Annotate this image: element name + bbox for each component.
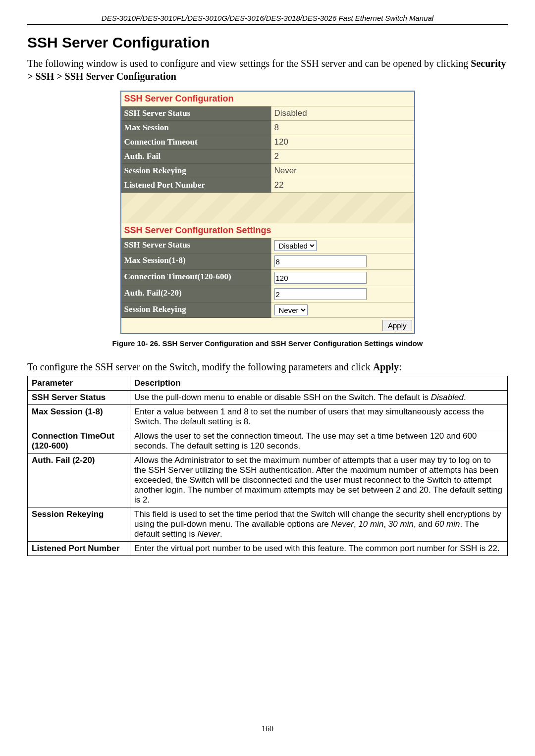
desc-listenedport: Enter the virtual port number to be used… — [130, 542, 508, 556]
desc-rekeying-i1: Never — [331, 519, 354, 529]
before-table-text: To configure the SSH server on the Switc… — [27, 361, 508, 373]
maxsession-row: Max Session 8 — [121, 121, 414, 135]
desc-rekeying-i3: 30 min — [388, 519, 414, 529]
settings-rekeying-label: Session Rekeying — [121, 302, 271, 318]
desc-rekeying-s3: , and — [414, 519, 435, 529]
table-row: Session Rekeying This field is used to s… — [28, 507, 508, 542]
status-row: SSH Server Status Disabled — [121, 106, 414, 121]
desc-rekeying-i2: 10 min — [358, 519, 383, 529]
status-label: SSH Server Status — [121, 106, 271, 121]
table-header-row: Parameter Description — [28, 376, 508, 391]
desc-authfail: Allows the Administrator to set the maxi… — [130, 454, 508, 507]
desc-status-pre: Use the pull-down menu to enable or disa… — [134, 393, 431, 402]
desc-rekeying-post: . — [220, 529, 222, 539]
authfail-input[interactable] — [274, 288, 367, 300]
desc-conntimeout: Allows the user to set the connection ti… — [130, 429, 508, 454]
settings-status-label: SSH Server Status — [121, 238, 271, 253]
desc-maxsession: Enter a value between 1 and 8 to set the… — [130, 405, 508, 429]
settings-authfail-row: Auth. Fail(2-20) — [121, 286, 414, 302]
settings-status-row: SSH Server Status Disabled — [121, 238, 414, 253]
settings-authfail-value-cell — [271, 286, 414, 302]
before-table-tail: : — [399, 361, 402, 372]
before-table-prefix: To configure the SSH server on the Switc… — [27, 361, 373, 372]
header-text: DES-3010F/DES-3010FL/DES-3010G/DES-3016/… — [27, 14, 508, 25]
rekeying-value: Never — [271, 164, 414, 178]
table-row: Listened Port Number Enter the virtual p… — [28, 542, 508, 556]
conntimeout-value: 120 — [271, 135, 414, 150]
th-parameter: Parameter — [28, 376, 130, 391]
intro-paragraph: The following window is used to configur… — [27, 57, 508, 83]
param-rekeying: Session Rekeying — [28, 507, 130, 542]
apply-button[interactable]: Apply — [382, 320, 412, 331]
rekeying-label: Session Rekeying — [121, 164, 271, 178]
page-number: 160 — [27, 724, 508, 748]
table-row: Max Session (1-8) Enter a value between … — [28, 405, 508, 429]
desc-status: Use the pull-down menu to enable or disa… — [130, 391, 508, 405]
table-row: Connection TimeOut (120-600) Allows the … — [28, 429, 508, 454]
conntimeout-input[interactable] — [274, 272, 367, 284]
listenedport-row: Listened Port Number 22 — [121, 178, 414, 193]
rekeying-select[interactable]: Never — [274, 304, 308, 315]
settings-conntimeout-value-cell — [271, 270, 414, 286]
desc-rekeying-i4: 60 min — [434, 519, 460, 529]
settings-maxsession-value-cell — [271, 253, 414, 270]
settings-conntimeout-label: Connection Timeout(120-600) — [121, 270, 271, 286]
settings-status-value-cell: Disabled — [271, 238, 414, 253]
desc-rekeying: This field is used to set the time perio… — [130, 507, 508, 542]
rekeying-row: Session Rekeying Never — [121, 164, 414, 178]
settings-rekeying-value-cell: Never — [271, 302, 414, 318]
maxsession-label: Max Session — [121, 121, 271, 135]
settings-conntimeout-row: Connection Timeout(120-600) — [121, 270, 414, 286]
authfail-row: Auth. Fail 2 — [121, 150, 414, 164]
authfail-value: 2 — [271, 150, 414, 164]
ssh-config-title: SSH Server Configuration — [121, 92, 414, 106]
figure-caption: Figure 10- 26. SSH Server Configuration … — [27, 339, 508, 348]
settings-maxsession-label: Max Session(1-8) — [121, 253, 271, 270]
desc-rekeying-i5: Never — [198, 529, 220, 539]
desc-status-post: . — [464, 393, 466, 402]
ssh-config-figure: SSH Server Configuration SSH Server Stat… — [120, 91, 415, 334]
param-maxsession: Max Session (1-8) — [28, 405, 130, 429]
desc-rekeying-s2: , — [383, 519, 388, 529]
desc-status-italic: Disabled — [431, 393, 464, 402]
listenedport-value: 22 — [271, 178, 414, 193]
table-row: SSH Server Status Use the pull-down menu… — [28, 391, 508, 405]
param-status: SSH Server Status — [28, 391, 130, 405]
conntimeout-label: Connection Timeout — [121, 135, 271, 150]
th-description: Description — [130, 376, 508, 391]
desc-rekeying-s1: , — [354, 519, 358, 529]
param-listenedport: Listened Port Number — [28, 542, 130, 556]
table-row: Auth. Fail (2-20) Allows the Administrat… — [28, 454, 508, 507]
ssh-settings-title: SSH Server Configuration Settings — [121, 223, 414, 238]
settings-maxsession-row: Max Session(1-8) — [121, 253, 414, 270]
page-title: SSH Server Configuration — [27, 34, 508, 51]
parameter-table: Parameter Description SSH Server Status … — [27, 376, 508, 556]
param-authfail: Auth. Fail (2-20) — [28, 454, 130, 507]
authfail-label: Auth. Fail — [121, 150, 271, 164]
settings-rekeying-row: Session Rekeying Never — [121, 302, 414, 318]
before-table-apply: Apply — [373, 361, 399, 372]
conntimeout-row: Connection Timeout 120 — [121, 135, 414, 150]
apply-row: Apply — [121, 318, 414, 333]
figure-gap — [121, 193, 414, 223]
listenedport-label: Listened Port Number — [121, 178, 271, 193]
param-conntimeout: Connection TimeOut (120-600) — [28, 429, 130, 454]
intro-text: The following window is used to configur… — [27, 58, 471, 69]
status-select[interactable]: Disabled — [274, 240, 317, 251]
settings-authfail-label: Auth. Fail(2-20) — [121, 286, 271, 302]
status-value: Disabled — [271, 106, 414, 121]
maxsession-value: 8 — [271, 121, 414, 135]
maxsession-input[interactable] — [274, 255, 367, 267]
